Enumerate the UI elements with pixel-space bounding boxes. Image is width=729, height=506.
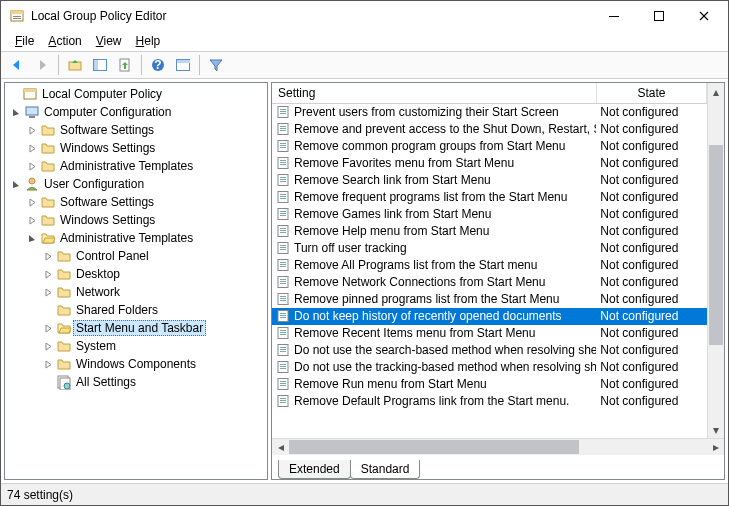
- list-row[interactable]: Remove Run menu from Start MenuNot confi…: [272, 376, 707, 393]
- expand-icon[interactable]: [41, 288, 55, 297]
- list-row[interactable]: Do not keep history of recently opened d…: [272, 308, 707, 325]
- list-row[interactable]: Remove Network Connections from Start Me…: [272, 274, 707, 291]
- maximize-button[interactable]: [636, 2, 681, 30]
- list-row[interactable]: Remove pinned programs list from the Sta…: [272, 291, 707, 308]
- list-row[interactable]: Remove Help menu from Start MenuNot conf…: [272, 223, 707, 240]
- expand-icon[interactable]: [41, 270, 55, 279]
- scroll-down-button[interactable]: ▾: [708, 421, 724, 438]
- expand-icon[interactable]: [41, 342, 55, 351]
- tree-desktop[interactable]: Desktop: [5, 265, 267, 283]
- expand-icon[interactable]: [25, 198, 39, 207]
- tree-comp-adm[interactable]: Administrative Templates: [5, 157, 267, 175]
- list-row[interactable]: Do not use the tracking-based method whe…: [272, 359, 707, 376]
- tree-comp-software[interactable]: Software Settings: [5, 121, 267, 139]
- tree-computer-config[interactable]: Computer Configuration: [5, 103, 267, 121]
- collapse-icon[interactable]: [9, 180, 23, 189]
- tree-start-menu-taskbar[interactable]: Start Menu and Taskbar: [5, 319, 267, 337]
- list-row[interactable]: Remove Games link from Start MenuNot con…: [272, 206, 707, 223]
- tab-extended[interactable]: Extended: [278, 460, 351, 479]
- scroll-left-button[interactable]: ◂: [272, 439, 289, 455]
- export-list-button[interactable]: [113, 54, 137, 76]
- list-row[interactable]: Remove Search link from Start MenuNot co…: [272, 172, 707, 189]
- list-row[interactable]: Remove Favorites menu from Start MenuNot…: [272, 155, 707, 172]
- menu-action[interactable]: Action: [42, 33, 87, 49]
- menu-file[interactable]: File: [9, 33, 40, 49]
- tree-label: Start Menu and Taskbar: [73, 320, 206, 336]
- filter-button[interactable]: [204, 54, 228, 76]
- state-text: Not configured: [596, 240, 706, 257]
- tree-user-config[interactable]: User Configuration: [5, 175, 267, 193]
- list-row[interactable]: Do not use the search-based method when …: [272, 342, 707, 359]
- status-text: 74 setting(s): [7, 488, 73, 502]
- scroll-right-button[interactable]: ▸: [707, 439, 724, 455]
- forward-button[interactable]: [30, 54, 54, 76]
- svg-rect-89: [280, 383, 286, 384]
- folder-icon: [39, 158, 57, 174]
- list-row[interactable]: Remove All Programs list from the Start …: [272, 257, 707, 274]
- col-state[interactable]: State: [596, 83, 706, 104]
- svg-rect-16: [24, 89, 36, 92]
- collapse-icon[interactable]: [9, 108, 23, 117]
- menu-view[interactable]: View: [90, 33, 128, 49]
- expand-icon[interactable]: [41, 360, 55, 369]
- tree-label: Administrative Templates: [57, 230, 196, 246]
- collapse-icon[interactable]: [25, 234, 39, 243]
- up-button[interactable]: [63, 54, 87, 76]
- expand-icon[interactable]: [25, 126, 39, 135]
- list-row[interactable]: Prevent users from customizing their Sta…: [272, 104, 707, 121]
- tree-comp-windows[interactable]: Windows Settings: [5, 139, 267, 157]
- list-row[interactable]: Remove common program groups from Start …: [272, 138, 707, 155]
- tree-network[interactable]: Network: [5, 283, 267, 301]
- state-text: Not configured: [596, 393, 706, 410]
- tree-user-software[interactable]: Software Settings: [5, 193, 267, 211]
- tree-windows-components[interactable]: Windows Components: [5, 355, 267, 373]
- svg-rect-57: [280, 247, 286, 248]
- list-row[interactable]: Remove frequent programs list from the S…: [272, 189, 707, 206]
- list-row[interactable]: Turn off user trackingNot configured: [272, 240, 707, 257]
- setting-icon: [276, 343, 290, 357]
- list-view[interactable]: Setting State Prevent users from customi…: [272, 83, 707, 438]
- tree-label: Windows Settings: [57, 212, 158, 228]
- scroll-up-button[interactable]: ▴: [708, 83, 724, 100]
- tree-label: Windows Components: [73, 356, 199, 372]
- tree-panel[interactable]: Local Computer Policy Computer Configura…: [4, 82, 268, 480]
- list-row[interactable]: Remove and prevent access to the Shut Do…: [272, 121, 707, 138]
- expand-icon[interactable]: [41, 252, 55, 261]
- tree-user-windows[interactable]: Windows Settings: [5, 211, 267, 229]
- minimize-button[interactable]: [591, 2, 636, 30]
- setting-icon: [276, 275, 290, 289]
- menu-help[interactable]: Help: [130, 33, 167, 49]
- state-text: Not configured: [596, 206, 706, 223]
- svg-rect-60: [280, 262, 286, 263]
- back-button[interactable]: [5, 54, 29, 76]
- svg-rect-28: [280, 126, 286, 127]
- list-row[interactable]: Remove Recent Items menu from Start Menu…: [272, 325, 707, 342]
- tree-root[interactable]: Local Computer Policy: [5, 85, 267, 103]
- show-hide-tree-button[interactable]: [88, 54, 112, 76]
- tree-system[interactable]: System: [5, 337, 267, 355]
- vertical-scrollbar[interactable]: ▴ ▾: [707, 83, 724, 438]
- tree-control-panel[interactable]: Control Panel: [5, 247, 267, 265]
- col-setting[interactable]: Setting: [272, 83, 596, 104]
- expand-icon[interactable]: [41, 324, 55, 333]
- toolbar: ?: [1, 51, 728, 79]
- expand-icon[interactable]: [25, 162, 39, 171]
- svg-rect-25: [280, 111, 286, 112]
- window-title: Local Group Policy Editor: [31, 9, 591, 23]
- help-button[interactable]: ?: [146, 54, 170, 76]
- close-button[interactable]: [681, 2, 726, 30]
- tree-label: Software Settings: [57, 194, 157, 210]
- properties-button[interactable]: [171, 54, 195, 76]
- tree-all-settings[interactable]: All Settings: [5, 373, 267, 391]
- horizontal-scrollbar[interactable]: ◂ ▸: [272, 438, 724, 455]
- setting-text: Prevent users from customizing their Sta…: [294, 105, 559, 119]
- tab-standard[interactable]: Standard: [350, 460, 421, 479]
- scroll-thumb[interactable]: [289, 440, 579, 454]
- expand-icon[interactable]: [25, 216, 39, 225]
- scroll-thumb[interactable]: [709, 145, 723, 345]
- tree-shared-folders[interactable]: Shared Folders: [5, 301, 267, 319]
- list-row[interactable]: Remove Default Programs link from the St…: [272, 393, 707, 410]
- svg-rect-18: [29, 116, 35, 118]
- tree-user-adm[interactable]: Administrative Templates: [5, 229, 267, 247]
- expand-icon[interactable]: [25, 144, 39, 153]
